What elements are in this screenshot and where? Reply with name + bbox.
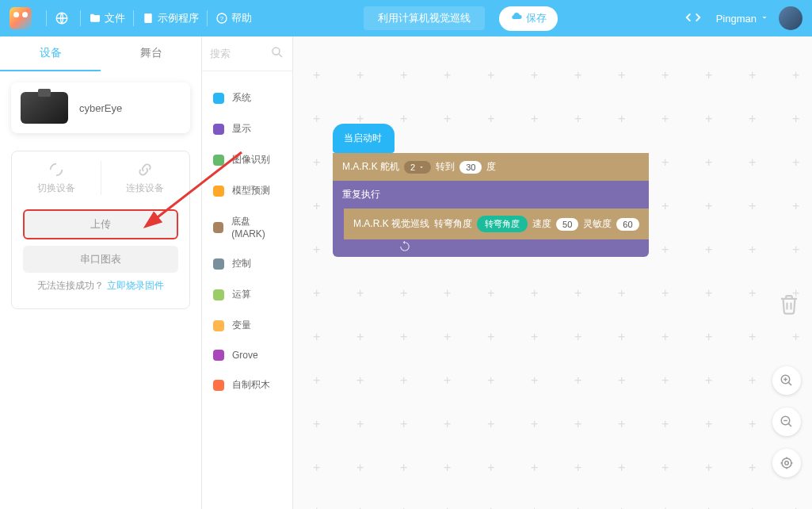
switch-device-label: 切换设备 xyxy=(37,182,75,195)
device-name-label: cyberEye xyxy=(79,102,122,114)
connect-help-row: 无法连接成功？ 立即烧录固件 xyxy=(23,279,178,293)
loop-tail xyxy=(333,239,418,255)
flash-firmware-link[interactable]: 立即烧录固件 xyxy=(107,280,164,291)
category-dot xyxy=(213,380,224,391)
category-label: 控制 xyxy=(232,257,251,270)
device-card[interactable]: cyberEye xyxy=(11,82,190,133)
cloud-icon xyxy=(510,11,523,26)
turn-slot[interactable]: 转弯角度 xyxy=(477,216,528,232)
category-label: 图像识别 xyxy=(232,153,270,166)
category-item[interactable]: 自制积木 xyxy=(202,369,292,400)
category-item[interactable]: 底盘(MARK) xyxy=(202,206,292,248)
globe-icon xyxy=(55,11,69,25)
category-dot xyxy=(213,124,224,135)
servo-mid: 转到 xyxy=(436,160,455,174)
menu-help[interactable]: ? 帮助 xyxy=(215,11,252,25)
zoom-out-button[interactable] xyxy=(772,408,801,436)
user-menu[interactable]: Pingman xyxy=(716,6,802,30)
save-button-label: 保存 xyxy=(526,11,547,25)
center-button[interactable] xyxy=(772,449,801,477)
chevron-down-icon xyxy=(418,164,425,170)
svg-point-4 xyxy=(273,48,280,55)
left-tabs: 设备 舞台 xyxy=(0,36,201,71)
code-toggle-icon[interactable] xyxy=(684,9,702,29)
category-dot xyxy=(213,222,223,233)
tab-device[interactable]: 设备 xyxy=(0,36,101,71)
search-row xyxy=(202,36,292,71)
sens-label: 灵敏度 xyxy=(583,217,612,231)
tab-stage[interactable]: 舞台 xyxy=(101,36,201,71)
category-label: 变量 xyxy=(232,319,251,332)
connect-device-label: 连接设备 xyxy=(126,182,164,195)
svg-text:?: ? xyxy=(220,15,224,22)
connect-fail-text: 无法连接成功？ xyxy=(37,280,104,291)
category-item[interactable]: 变量 xyxy=(202,310,292,341)
project-name[interactable]: 利用计算机视觉巡线 xyxy=(364,6,485,30)
category-label: 显示 xyxy=(232,122,251,136)
category-item[interactable]: 控制 xyxy=(202,248,292,279)
category-label: 自制积木 xyxy=(232,378,270,392)
speed-input[interactable]: 50 xyxy=(556,218,578,231)
save-button[interactable]: 保存 xyxy=(499,6,558,31)
device-controls: 切换设备 连接设备 上传 串口图表 无法连接成功？ 立即烧录固件 xyxy=(11,151,190,309)
speed-label: 速度 xyxy=(532,217,551,231)
category-dot xyxy=(213,186,224,197)
caret-down-icon xyxy=(760,13,769,25)
menu-file-label: 文件 xyxy=(105,11,125,25)
servo-suffix: 度 xyxy=(486,160,496,174)
svg-rect-1 xyxy=(144,13,151,23)
upload-button[interactable]: 上传 xyxy=(23,209,178,239)
canvas-tools xyxy=(772,366,801,477)
connect-device-button[interactable]: 连接设备 xyxy=(101,161,190,195)
folder-icon xyxy=(89,12,101,25)
trash-icon[interactable] xyxy=(777,290,801,320)
servo-block[interactable]: M.A.R.K 舵机 2 转到 30 度 xyxy=(333,153,649,181)
loop-block[interactable]: 重复执行 M.A.R.K 视觉巡线 转弯角度 转弯角度 速度 50 灵敏度 60 xyxy=(333,181,649,257)
servo-angle-input[interactable]: 30 xyxy=(459,161,482,174)
doc-icon xyxy=(142,12,154,25)
block-stack[interactable]: 当启动时 M.A.R.K 舵机 2 转到 30 度 重复执行 M.A.R.K 视… xyxy=(333,124,649,257)
category-list: 系统显示图像识别模型预测底盘(MARK)控制运算变量Grove自制积木 xyxy=(202,71,292,400)
switch-device-button[interactable]: 切换设备 xyxy=(12,161,101,195)
menu-examples[interactable]: 示例程序 xyxy=(142,11,199,25)
search-icon[interactable] xyxy=(270,45,284,63)
category-dot xyxy=(213,93,224,104)
category-dot xyxy=(213,289,224,300)
lang-button[interactable] xyxy=(55,11,72,25)
loop-header: 重复执行 xyxy=(333,181,649,209)
left-panel: 设备 舞台 cyberEye 切换设备 连接设备 上传 串口图表 无法连接成功？ xyxy=(0,36,202,509)
search-input[interactable] xyxy=(210,48,265,59)
category-item[interactable]: 模型预测 xyxy=(202,175,292,206)
serial-chart-button[interactable]: 串口图表 xyxy=(23,246,178,273)
turn-label: 转弯角度 xyxy=(434,217,472,231)
category-label: 系统 xyxy=(232,91,251,105)
category-panel: 系统显示图像识别模型预测底盘(MARK)控制运算变量Grove自制积木 xyxy=(202,36,293,509)
vision-block[interactable]: M.A.R.K 视觉巡线 转弯角度 转弯角度 速度 50 灵敏度 60 xyxy=(344,209,649,239)
sens-input[interactable]: 60 xyxy=(616,218,639,231)
category-dot xyxy=(213,320,224,331)
category-item[interactable]: 显示 xyxy=(202,113,292,144)
app-logo xyxy=(10,7,32,29)
help-icon: ? xyxy=(215,12,228,25)
category-label: 模型预测 xyxy=(232,184,270,197)
zoom-in-button[interactable] xyxy=(772,366,801,395)
main-area: 设备 舞台 cyberEye 切换设备 连接设备 上传 串口图表 无法连接成功？ xyxy=(0,36,812,509)
canvas-grid: ++++++++++++++++++++++++++++++++++++++++… xyxy=(293,36,812,509)
svg-point-8 xyxy=(782,458,791,468)
category-item[interactable]: 图像识别 xyxy=(202,144,292,175)
category-dot xyxy=(213,258,224,270)
category-item[interactable]: Grove xyxy=(202,341,292,369)
category-item[interactable]: 系统 xyxy=(202,82,292,113)
username-label: Pingman xyxy=(716,13,757,25)
svg-point-7 xyxy=(785,461,789,465)
servo-num-dropdown[interactable]: 2 xyxy=(404,161,431,174)
hat-block[interactable]: 当启动时 xyxy=(333,124,395,153)
block-canvas[interactable]: ++++++++++++++++++++++++++++++++++++++++… xyxy=(293,36,812,509)
avatar xyxy=(779,6,802,30)
menu-help-label: 帮助 xyxy=(231,11,252,25)
menu-examples-label: 示例程序 xyxy=(158,11,199,25)
loop-arrow-icon xyxy=(399,241,410,254)
menu-file[interactable]: 文件 xyxy=(89,11,125,25)
category-label: 运算 xyxy=(232,288,251,301)
category-item[interactable]: 运算 xyxy=(202,279,292,310)
